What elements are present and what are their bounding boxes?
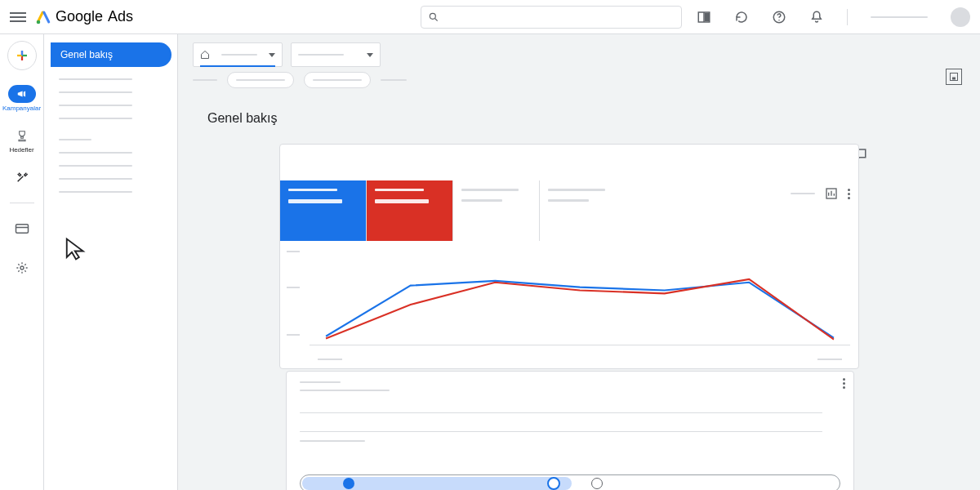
columns-icon[interactable]	[697, 10, 711, 24]
sidebar-item[interactable]	[59, 118, 132, 119]
kebab-icon[interactable]	[843, 378, 845, 389]
home-icon	[200, 50, 210, 60]
scorecard-metric-3[interactable]	[453, 180, 540, 241]
rail-settings[interactable]	[3, 259, 41, 277]
account-label-placeholder	[871, 16, 928, 18]
rail-divider	[10, 203, 34, 203]
svg-point-0	[37, 20, 41, 24]
search-icon	[428, 11, 439, 23]
scorecard-metric-4[interactable]	[540, 180, 626, 241]
kebab-icon[interactable]	[848, 189, 850, 199]
rail-tools[interactable]	[3, 168, 41, 186]
filter-chip[interactable]	[227, 72, 294, 88]
top-bar: Google Ads	[0, 0, 980, 34]
svg-point-7	[778, 20, 780, 21]
sidebar-item[interactable]	[59, 178, 132, 180]
filter-label	[193, 79, 217, 81]
overview-card	[279, 144, 859, 369]
notifications-icon[interactable]	[809, 10, 824, 24]
scorecard-row	[280, 180, 858, 241]
account-scope-dropdown[interactable]	[193, 42, 283, 67]
search-field[interactable]	[444, 11, 675, 23]
secondary-dropdown[interactable]	[291, 42, 381, 67]
rail-billing[interactable]	[3, 220, 41, 238]
overview-chart	[310, 246, 850, 360]
sidebar-group[interactable]	[59, 139, 91, 140]
search-input[interactable]	[421, 6, 682, 29]
sidebar-item[interactable]	[59, 152, 132, 154]
plus-icon	[15, 48, 29, 63]
rail-goals-label: Hedefler	[9, 146, 33, 154]
save-view-icon[interactable]	[946, 69, 962, 85]
megaphone-icon	[16, 88, 29, 100]
svg-point-1	[430, 13, 435, 19]
secondary-card	[286, 371, 854, 490]
svg-point-14	[20, 266, 24, 270]
filter-chip[interactable]	[304, 72, 371, 88]
svg-rect-16	[952, 78, 956, 80]
hamburger-icon[interactable]	[10, 10, 26, 24]
refresh-icon[interactable]	[734, 10, 749, 24]
expand-chart-icon[interactable]	[825, 187, 838, 200]
dropdown-label	[298, 54, 344, 56]
sidebar-item[interactable]	[59, 165, 132, 167]
credit-card-icon	[15, 223, 29, 234]
help-icon[interactable]	[772, 10, 786, 24]
create-button[interactable]	[7, 41, 37, 70]
page-title: Genel bakış	[207, 111, 277, 126]
sidebar-item[interactable]	[59, 105, 132, 106]
rail-campaigns-label: Kampanyalar	[2, 105, 41, 112]
divider	[847, 9, 848, 25]
sidebar-item-overview[interactable]: Genel bakış	[51, 42, 172, 67]
svg-line-2	[435, 18, 438, 20]
avatar[interactable]	[951, 7, 970, 27]
logo: Google Ads	[36, 8, 133, 25]
side-nav: Genel bakış	[44, 34, 178, 490]
chevron-down-icon	[269, 53, 275, 57]
left-rail: Kampanyalar Hedefler	[0, 34, 44, 490]
chevron-down-icon	[367, 53, 373, 57]
step-dot-2	[547, 477, 560, 490]
trophy-icon	[16, 129, 29, 142]
step-dot-3	[591, 478, 603, 489]
svg-rect-12	[16, 225, 28, 234]
progress-stepper[interactable]	[300, 474, 840, 490]
top-actions	[697, 7, 970, 27]
sidebar-item[interactable]	[59, 91, 132, 93]
ads-logo-icon	[36, 10, 51, 24]
logo-text-ads: Ads	[108, 8, 133, 25]
svg-rect-5	[705, 12, 709, 21]
step-dot-1	[343, 478, 354, 489]
sidebar-item[interactable]	[59, 78, 132, 80]
tools-icon	[16, 171, 29, 184]
scorecard-metric-2[interactable]	[367, 180, 453, 241]
scorecard-metric-1[interactable]	[280, 180, 367, 241]
sidebar-item[interactable]	[59, 191, 132, 193]
logo-text-google: Google	[56, 8, 103, 25]
dropdown-label	[221, 54, 257, 56]
filter-label	[381, 79, 407, 81]
sidebar-item-label: Genel bakış	[60, 49, 113, 60]
rail-campaigns[interactable]: Kampanyalar	[3, 85, 41, 112]
filter-row	[193, 72, 407, 88]
gear-icon	[16, 261, 29, 274]
rail-goals[interactable]: Hedefler	[3, 127, 41, 154]
